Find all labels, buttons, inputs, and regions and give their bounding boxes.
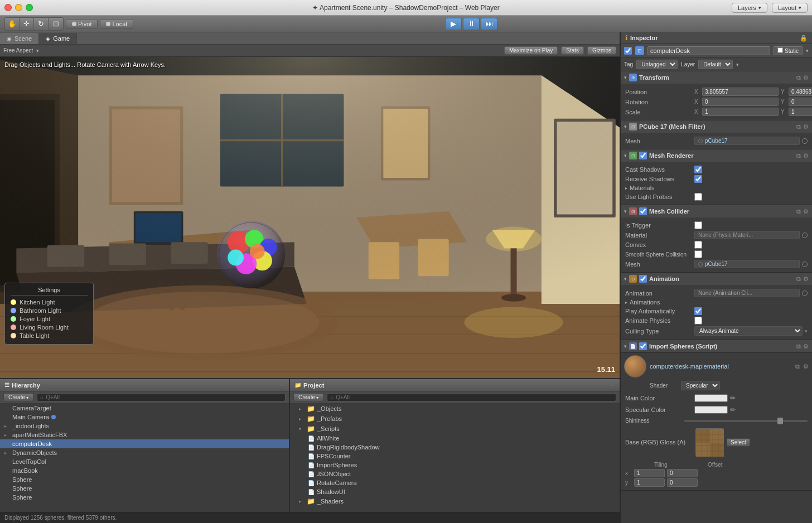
project-search-input[interactable] bbox=[336, 394, 613, 400]
hand-tool[interactable]: ✋ bbox=[5, 18, 20, 30]
hierarchy-item-main-camera[interactable]: Main Camera bbox=[0, 413, 289, 422]
animate-physics-checkbox[interactable] bbox=[694, 317, 702, 325]
scale-tool[interactable]: ⊡ bbox=[49, 18, 63, 30]
shininess-thumb[interactable] bbox=[777, 418, 783, 424]
setting-bathroom-light[interactable]: Bathroom Light bbox=[11, 307, 88, 314]
static-checkbox[interactable] bbox=[777, 47, 783, 53]
scale-y-input[interactable] bbox=[789, 108, 812, 116]
hierarchy-item-apartment[interactable]: ▸ apartMentStaticFBX bbox=[0, 430, 289, 439]
object-name-input[interactable] bbox=[647, 46, 770, 55]
pause-button[interactable]: ⏸ bbox=[463, 18, 480, 30]
hierarchy-item-sphere-3[interactable]: Sphere bbox=[0, 493, 289, 502]
animation-copy[interactable]: ⧉ bbox=[796, 275, 801, 283]
collider-material-value[interactable]: None (Physic Materi... bbox=[694, 231, 800, 239]
mesh-pick-btn[interactable] bbox=[802, 138, 808, 144]
collider-material-pick[interactable] bbox=[802, 233, 808, 238]
rotate-tool[interactable]: ↻ bbox=[34, 18, 49, 30]
offset-x-input[interactable] bbox=[667, 469, 698, 477]
setting-living-room-light[interactable]: Living Room Light bbox=[11, 324, 88, 331]
tag-select[interactable]: Untagged bbox=[636, 60, 678, 69]
import-spheres-enable[interactable] bbox=[639, 342, 647, 350]
animation-clip-value[interactable]: None (Animation Cli... bbox=[694, 289, 800, 297]
rot-y-input[interactable] bbox=[789, 98, 812, 106]
pos-x-input[interactable] bbox=[702, 88, 779, 96]
hierarchy-create-btn[interactable]: Create bbox=[3, 393, 33, 401]
project-create-btn[interactable]: Create bbox=[293, 393, 323, 401]
play-auto-checkbox[interactable] bbox=[694, 307, 702, 315]
layer-select[interactable]: Default bbox=[698, 60, 733, 69]
project-item-shaders[interactable]: ▸ 📁 _Shaders bbox=[290, 496, 620, 506]
tab-game[interactable]: ◈ Game bbox=[39, 33, 77, 44]
play-button[interactable]: ▶ bbox=[445, 18, 462, 30]
mesh-collider-enable[interactable] bbox=[639, 207, 647, 215]
mesh-renderer-copy[interactable]: ⧉ bbox=[796, 152, 801, 159]
pos-y-input[interactable] bbox=[789, 88, 812, 96]
tab-scene[interactable]: ◉ Scene bbox=[0, 33, 39, 44]
mesh-renderer-enable[interactable] bbox=[639, 152, 647, 159]
move-tool[interactable]: ✛ bbox=[20, 18, 34, 30]
hierarchy-collapse[interactable]: ─ bbox=[281, 382, 284, 388]
animations-expand[interactable]: ▸ bbox=[625, 300, 627, 305]
project-item-objects[interactable]: ▸ 📁 _Objects bbox=[290, 404, 620, 414]
project-item-fpscounter[interactable]: 📄 FPSCounter bbox=[290, 452, 620, 461]
maximize-on-play-btn[interactable]: Maximize on Play bbox=[504, 46, 558, 55]
material-gear[interactable]: ⚙ bbox=[803, 363, 809, 370]
mesh-collider-gear[interactable]: ⚙ bbox=[803, 208, 809, 215]
project-item-dragrb[interactable]: 📄 DragRigidbodyShadow bbox=[290, 443, 620, 452]
smooth-sphere-checkbox[interactable] bbox=[694, 250, 702, 258]
shader-select[interactable]: Specular bbox=[681, 381, 720, 390]
hierarchy-item-leveltopcol[interactable]: LevelTopCol bbox=[0, 457, 289, 466]
hierarchy-item-dynamicobjects[interactable]: ▸ DynamicObjects bbox=[0, 448, 289, 457]
import-spheres-header[interactable]: ▾ 📄 Import Spheres (Script) ⧉ ⚙ bbox=[621, 340, 812, 352]
culling-select[interactable]: Always Animate bbox=[694, 326, 803, 336]
cast-shadows-checkbox[interactable] bbox=[694, 166, 702, 173]
hierarchy-item-sphere-2[interactable]: Sphere bbox=[0, 484, 289, 493]
stats-btn[interactable]: Stats bbox=[561, 46, 584, 55]
transform-header[interactable]: ▾ ⊕ Transform ⧉ ⚙ bbox=[621, 71, 812, 84]
local-button[interactable]: Local bbox=[100, 19, 133, 29]
import-spheres-gear[interactable]: ⚙ bbox=[803, 343, 809, 350]
mesh-filter-copy[interactable]: ⧉ bbox=[796, 123, 801, 130]
materials-arrow[interactable]: ▸ bbox=[625, 186, 627, 191]
collider-mesh-value[interactable]: pCube17 bbox=[694, 260, 800, 268]
use-light-probes-checkbox[interactable] bbox=[694, 193, 702, 201]
project-item-importspheres[interactable]: 📄 ImportSpheres bbox=[290, 461, 620, 469]
layers-dropdown[interactable]: Layers bbox=[732, 3, 767, 13]
minimize-button[interactable] bbox=[15, 4, 22, 11]
transform-gear[interactable]: ⚙ bbox=[803, 74, 809, 81]
game-viewport[interactable]: Drag Objects and Lights... Rotate Camera… bbox=[0, 57, 620, 378]
convex-checkbox[interactable] bbox=[694, 241, 702, 249]
layer-dropdown-icon[interactable]: ▾ bbox=[736, 62, 739, 67]
animation-pick[interactable] bbox=[802, 290, 808, 296]
object-enable-checkbox[interactable] bbox=[624, 47, 632, 55]
import-spheres-copy[interactable]: ⧉ bbox=[796, 343, 801, 350]
culling-dropdown-icon[interactable]: ▾ bbox=[805, 328, 808, 334]
hierarchy-item-macbook[interactable]: macBook bbox=[0, 466, 289, 475]
material-copy[interactable]: ⧉ bbox=[795, 363, 800, 370]
project-item-scripts[interactable]: ▾ 📁 _Scripts bbox=[290, 424, 620, 434]
specular-color-picker[interactable]: ✏ bbox=[730, 406, 736, 414]
mesh-renderer-gear[interactable]: ⚙ bbox=[803, 152, 809, 159]
transform-copy[interactable]: ⧉ bbox=[796, 74, 801, 81]
specular-color-swatch[interactable] bbox=[694, 406, 728, 414]
project-item-prefabs[interactable]: ▸ 📁 _Prefabs bbox=[290, 414, 620, 424]
shininess-slider[interactable] bbox=[684, 420, 808, 422]
mesh-collider-copy[interactable]: ⧉ bbox=[796, 208, 801, 215]
project-collapse[interactable]: ─ bbox=[611, 382, 615, 388]
setting-table-light[interactable]: Table Light bbox=[11, 332, 88, 339]
rot-x-input[interactable] bbox=[702, 98, 779, 106]
hierarchy-search-input[interactable] bbox=[46, 394, 282, 400]
main-color-picker[interactable]: ✏ bbox=[730, 394, 736, 402]
collider-mesh-pick[interactable] bbox=[802, 262, 808, 267]
tiling-x-input[interactable] bbox=[634, 469, 665, 477]
maximize-button[interactable] bbox=[26, 4, 33, 11]
mesh-filter-header[interactable]: ▾ ⊡ PCube 17 (Mesh Filter) ⧉ ⚙ bbox=[621, 120, 812, 133]
project-item-rotatecamera[interactable]: 📄 RotateCamera bbox=[290, 478, 620, 487]
texture-preview[interactable] bbox=[695, 428, 723, 456]
hierarchy-item-computerdesk[interactable]: computerDesk bbox=[0, 439, 289, 448]
offset-y-input[interactable] bbox=[667, 478, 698, 487]
close-button[interactable] bbox=[4, 4, 12, 11]
main-color-swatch[interactable] bbox=[694, 394, 728, 402]
pivot-button[interactable]: Pivot bbox=[66, 19, 98, 29]
lock-icon[interactable]: 🔒 bbox=[800, 35, 808, 42]
